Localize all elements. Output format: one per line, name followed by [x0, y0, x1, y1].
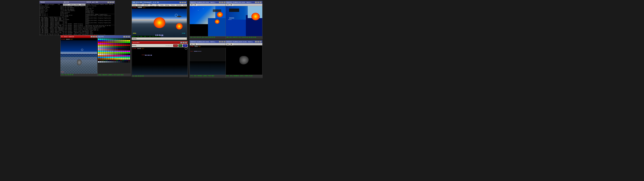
graphic-lr1-minimize[interactable]: _ [219, 41, 221, 42]
palette-cell-3-13[interactable] [124, 43, 126, 44]
palette-cell-12-13[interactable] [124, 57, 126, 58]
palette-cell-10-8[interactable] [114, 54, 116, 55]
palette-cell-10-1[interactable] [100, 54, 102, 55]
palette-cell-5-6[interactable] [110, 46, 112, 48]
palette-cell-4-13[interactable] [124, 44, 126, 46]
palette-cell-7-2[interactable] [102, 49, 104, 50]
palette-cell-9-14[interactable] [126, 52, 128, 54]
palette-cell-9-2[interactable] [102, 52, 104, 54]
menu-cdrom[interactable]: CD-ROM [156, 4, 158, 7]
menu-mo[interactable]: MO Drive [150, 4, 154, 7]
palette-cell-8-1[interactable] [100, 50, 102, 52]
palette-cell-5-10[interactable] [118, 46, 120, 48]
palette-cell-0-12[interactable] [122, 38, 124, 40]
palette-cell-8-9[interactable] [116, 50, 118, 52]
palette-cell-9-9[interactable] [116, 52, 118, 54]
palette-cell-3-1[interactable] [100, 43, 102, 44]
palette-cell-0-6[interactable] [110, 38, 112, 40]
palette-cell-2-4[interactable] [106, 42, 108, 43]
palette-cell-8-0[interactable] [98, 50, 100, 52]
palette-cell-3-14[interactable] [126, 43, 128, 44]
graphic-lr2-btn2[interactable]: ▶ [230, 43, 233, 46]
palette-cell-11-7[interactable] [112, 55, 114, 56]
palette-cell-15-3[interactable] [104, 61, 106, 62]
palette-cell-13-3[interactable] [104, 58, 106, 60]
palette-cell-1-6[interactable] [110, 40, 112, 42]
palette-cell-10-13[interactable] [124, 54, 126, 55]
graphic-lr2-toolbar[interactable]: ◀ ▶ VDPAM and VRS [226, 43, 262, 46]
palette-cell-9-6[interactable] [110, 52, 112, 54]
graphic-tr-btn2[interactable]: ▶ [194, 4, 197, 6]
palette-cell-7-13[interactable] [124, 49, 126, 50]
palette-cell-13-6[interactable] [110, 58, 112, 60]
palette-minimize[interactable]: _ [123, 36, 125, 38]
palette-cell-4-9[interactable] [116, 44, 118, 46]
palette-cell-0-8[interactable] [114, 38, 116, 40]
palette-cell-2-2[interactable] [102, 42, 104, 43]
palette-cell-5-12[interactable] [122, 46, 124, 48]
palette-cell-5-8[interactable] [114, 46, 116, 48]
menu-file[interactable]: File [132, 4, 136, 6]
palette-cell-12-10[interactable] [118, 57, 120, 58]
menu-debug[interactable]: Debug [165, 4, 169, 6]
palette-cell-12-7[interactable] [112, 57, 114, 58]
palette-cell-13-10[interactable] [118, 58, 120, 60]
palette-cell-15-14[interactable] [126, 61, 128, 62]
palette-cell-0-13[interactable] [124, 38, 126, 40]
palette-cell-13-2[interactable] [102, 58, 104, 60]
palette-cell-15-2[interactable] [102, 61, 104, 62]
palette-cell-6-6[interactable] [110, 48, 112, 49]
palette-cell-6-3[interactable] [104, 48, 106, 49]
xm6-lower-maximize[interactable]: □ [183, 42, 185, 44]
palette-cell-4-2[interactable] [102, 44, 104, 46]
pcsh-maximize[interactable]: □ [93, 36, 95, 38]
xm6-lower-toolbar[interactable]: Ready. TechBoot01 STOP RUN STEP [132, 44, 188, 47]
graphic-lr1-btn2[interactable]: ▶ [194, 43, 197, 46]
xm6-minimize[interactable]: _ [180, 2, 182, 3]
palette-cell-13-7[interactable] [112, 58, 114, 60]
graphic-lr2-btn1[interactable]: ◀ [226, 43, 230, 46]
palette-cell-12-9[interactable] [116, 57, 118, 58]
vdpam-controls[interactable]: _ □ ✕ [107, 2, 114, 3]
palette-cell-6-13[interactable] [124, 48, 126, 49]
palette-cell-11-13[interactable] [124, 55, 126, 56]
palette-cell-8-4[interactable] [106, 50, 108, 52]
palette-cell-14-9[interactable] [116, 60, 118, 61]
palette-cell-7-1[interactable] [100, 49, 102, 50]
xm6-lower-stop-btn[interactable]: STOP [173, 44, 178, 47]
graphic-fr-maximize[interactable]: □ [257, 2, 259, 3]
palette-cell-3-11[interactable] [120, 43, 122, 44]
palette-cell-6-10[interactable] [118, 48, 120, 49]
palette-cell-5-11[interactable] [120, 46, 122, 48]
palette-cell-8-3[interactable] [104, 50, 106, 52]
palette-cell-11-14[interactable] [126, 55, 128, 56]
palette-cell-0-10[interactable] [118, 38, 120, 40]
palette-cell-4-8[interactable] [114, 44, 116, 46]
graphic-lr1-toolbar[interactable]: ◀ ▶ Graphic [190, 43, 226, 46]
graphic-lr1-btn1[interactable]: ◀ [190, 43, 193, 46]
palette-cell-4-6[interactable] [110, 44, 112, 46]
palette-cell-15-4[interactable] [106, 61, 108, 62]
palette-cell-1-0[interactable] [98, 40, 100, 42]
palette-cell-8-11[interactable] [120, 50, 122, 52]
palette-cell-11-8[interactable] [114, 55, 116, 56]
palette-cell-6-7[interactable] [112, 48, 114, 49]
palette-cell-10-6[interactable] [110, 54, 112, 55]
menu-view[interactable]: View [160, 4, 163, 6]
palette-cell-8-14[interactable] [126, 50, 128, 52]
palette-cell-7-3[interactable] [104, 49, 106, 50]
palette-cell-0-1[interactable] [100, 38, 102, 40]
palette-cell-2-8[interactable] [114, 42, 116, 43]
palette-cell-13-8[interactable] [114, 58, 116, 60]
palette-cell-11-10[interactable] [118, 55, 120, 56]
palette-cell-15-1[interactable] [100, 61, 102, 62]
palette-cell-6-9[interactable] [116, 48, 118, 49]
palette-cell-10-2[interactable] [102, 54, 104, 55]
palette-cell-2-6[interactable] [110, 42, 112, 43]
palette-cell-7-9[interactable] [116, 49, 118, 50]
vdpam-minimize[interactable]: _ [107, 2, 109, 3]
palette-window[interactable]: PALETTE _ □ ✕ (505) SD5207A (SD5N7) A79 … [97, 35, 131, 76]
xm6-lower-step-btn[interactable]: STEP [183, 44, 187, 47]
palette-cell-13-12[interactable] [122, 58, 124, 60]
palette-cell-15-15[interactable] [128, 61, 130, 62]
